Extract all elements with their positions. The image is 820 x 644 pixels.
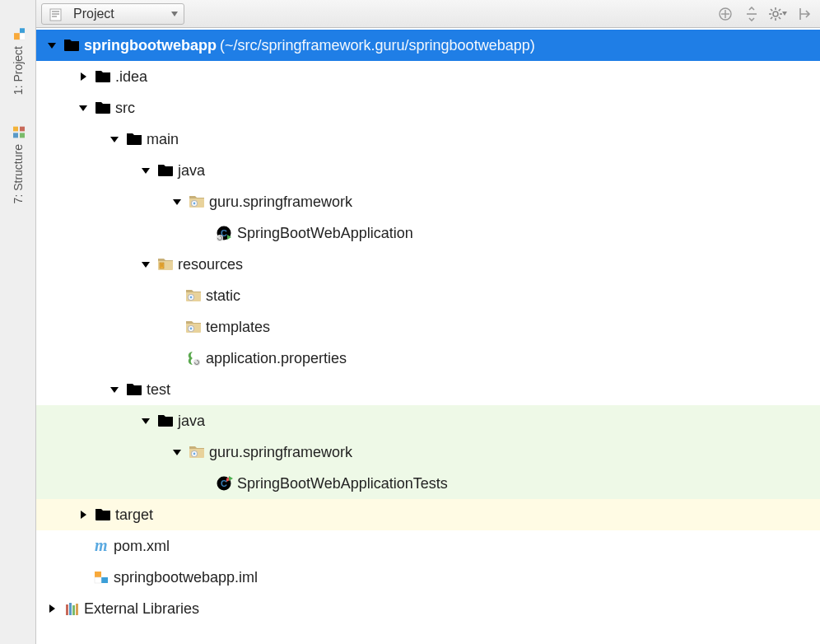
tool-window-bar: 1: Project 7: Structure <box>0 0 36 644</box>
project-tool-tab[interactable]: 1: Project <box>8 20 28 103</box>
node-label: target <box>115 506 153 524</box>
tree-node-app-properties[interactable]: application.properties <box>36 343 820 374</box>
tree-node-target[interactable]: target <box>36 499 820 530</box>
node-label: java <box>178 162 205 180</box>
resources-folder-icon <box>156 256 175 273</box>
folder-icon <box>125 381 143 398</box>
tree-root[interactable]: springbootwebapp (~/src/springframework.… <box>36 30 820 61</box>
node-label: SpringBootWebApplication <box>237 225 413 242</box>
tree-node-test[interactable]: test <box>36 374 820 405</box>
settings-button[interactable] <box>767 3 789 25</box>
node-label: src <box>115 100 135 117</box>
expand-arrow-icon[interactable] <box>77 102 89 114</box>
node-label: test <box>147 381 170 399</box>
node-label: .idea <box>115 68 147 86</box>
project-tree[interactable]: springbootwebapp (~/src/springframework.… <box>36 28 820 644</box>
root-path: (~/src/springframework.guru/springbootwe… <box>220 37 535 54</box>
excluded-folder-icon <box>94 506 112 523</box>
structure-tool-tab[interactable]: 7: Structure <box>8 118 28 212</box>
folder-icon <box>94 100 112 116</box>
view-selector[interactable]: Project <box>41 3 184 25</box>
tree-node-test-package[interactable]: guru.springframework <box>36 436 820 468</box>
structure-tool-icon <box>12 126 25 139</box>
expand-arrow-icon[interactable] <box>109 384 120 395</box>
tree-node-main[interactable]: main <box>36 124 820 155</box>
folder-icon <box>94 68 112 85</box>
expand-arrow-icon[interactable] <box>46 40 58 51</box>
package-icon <box>188 444 206 460</box>
tree-node-java[interactable]: java <box>36 155 820 186</box>
node-label: SpringBootWebApplicationTests <box>237 475 448 492</box>
project-tool-label: 1: Project <box>12 46 25 95</box>
class-run-icon <box>216 225 234 241</box>
expand-arrow-icon[interactable] <box>46 603 58 614</box>
node-label: application.properties <box>206 350 347 367</box>
autoscroll-button[interactable] <box>741 3 762 25</box>
expand-arrow-icon[interactable] <box>171 196 183 208</box>
tree-node-static[interactable]: static <box>36 280 820 311</box>
tree-node-app-class[interactable]: SpringBootWebApplication <box>36 217 820 249</box>
node-label: pom.xml <box>114 538 170 555</box>
folder-icon <box>125 131 143 147</box>
node-label: java <box>178 413 205 430</box>
tree-node-test-java[interactable]: java <box>36 405 820 436</box>
maven-file-icon <box>92 538 110 554</box>
node-label: springbootwebapp.iml <box>114 569 258 586</box>
tree-node-test-class[interactable]: SpringBootWebApplicationTests <box>36 468 820 499</box>
root-name: springbootwebapp <box>84 37 217 54</box>
project-panel: Project springbootwebapp (~/src/springfr… <box>36 0 820 644</box>
node-label: templates <box>206 319 270 336</box>
tree-node-iml[interactable]: springbootwebapp.iml <box>36 562 820 593</box>
class-test-icon <box>216 475 234 492</box>
iml-file-icon <box>92 569 110 586</box>
expand-arrow-icon[interactable] <box>140 259 151 270</box>
node-label: guru.springframework <box>209 194 352 211</box>
expand-arrow-icon[interactable] <box>77 509 89 520</box>
node-label: guru.springframework <box>209 444 352 461</box>
tree-node-package[interactable]: guru.springframework <box>36 186 820 217</box>
node-label: External Libraries <box>84 600 199 618</box>
project-icon <box>47 6 65 22</box>
tree-node-src[interactable]: src <box>36 92 820 124</box>
project-toolbar: Project <box>36 0 820 28</box>
properties-file-icon <box>184 350 203 366</box>
view-selector-label: Project <box>73 7 114 21</box>
expand-arrow-icon[interactable] <box>140 415 151 427</box>
project-tool-icon <box>12 28 25 41</box>
tree-node-resources[interactable]: resources <box>36 249 820 280</box>
expand-arrow-icon[interactable] <box>77 71 89 82</box>
package-icon <box>184 319 203 335</box>
node-label: main <box>147 131 179 148</box>
expand-arrow-icon[interactable] <box>171 446 183 458</box>
expand-arrow-icon[interactable] <box>140 165 151 176</box>
chevron-down-icon <box>170 10 179 18</box>
node-label: static <box>206 287 240 305</box>
tree-node-idea[interactable]: .idea <box>36 61 820 92</box>
structure-tool-label: 7: Structure <box>12 144 25 203</box>
source-folder-icon <box>156 162 175 179</box>
tree-node-templates[interactable]: templates <box>36 311 820 343</box>
hide-button[interactable] <box>794 3 815 25</box>
scroll-to-source-button[interactable] <box>715 3 736 25</box>
tree-node-pom[interactable]: pom.xml <box>36 530 820 562</box>
tree-node-external-libs[interactable]: External Libraries <box>36 593 820 624</box>
module-folder-icon <box>63 37 81 54</box>
package-icon <box>184 287 203 304</box>
libraries-icon <box>63 600 81 617</box>
test-folder-icon <box>156 413 175 429</box>
package-icon <box>188 194 206 210</box>
expand-arrow-icon[interactable] <box>109 133 120 145</box>
node-label: resources <box>178 256 243 273</box>
